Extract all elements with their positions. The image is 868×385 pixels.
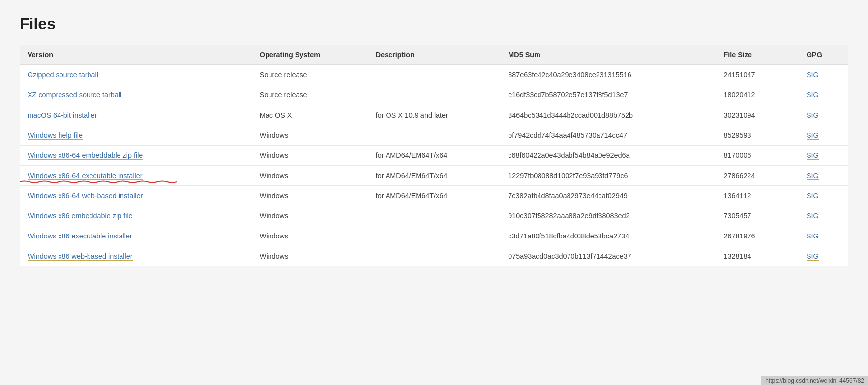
cell-version: Windows x86 web-based installer xyxy=(20,246,252,267)
col-header-desc: Description xyxy=(368,45,501,65)
cell-os: Source release xyxy=(252,85,368,105)
cell-md5: e16df33cd7b58702e57e137f8f5d13e7 xyxy=(500,85,716,105)
files-table: Version Operating System Description MD5… xyxy=(20,45,848,266)
version-link[interactable]: Windows x86 web-based installer xyxy=(28,252,133,261)
cell-size: 8529593 xyxy=(716,125,799,146)
cell-desc: for AMD64/EM64T/x64 xyxy=(368,166,501,186)
table-row: macOS 64-bit installerMac OS Xfor OS X 1… xyxy=(20,105,848,125)
cell-version: macOS 64-bit installer xyxy=(20,105,252,125)
col-header-gpg: GPG xyxy=(799,45,848,65)
table-row: Windows x86-64 embeddable zip fileWindow… xyxy=(20,146,848,166)
cell-gpg: SIG xyxy=(799,186,848,206)
version-link[interactable]: Windows x86 executable installer xyxy=(28,232,132,240)
sig-link[interactable]: SIG xyxy=(807,71,819,79)
cell-desc: for AMD64/EM64T/x64 xyxy=(368,186,501,206)
table-row: XZ compressed source tarballSource relea… xyxy=(20,85,848,105)
cell-gpg: SIG xyxy=(799,226,848,246)
table-header-row: Version Operating System Description MD5… xyxy=(20,45,848,65)
cell-os: Windows xyxy=(252,125,368,146)
cell-version: Windows x86 executable installer xyxy=(20,226,252,246)
table-row: Windows x86 embeddable zip fileWindows91… xyxy=(20,206,848,226)
cell-gpg: SIG xyxy=(799,146,848,166)
sig-link[interactable]: SIG xyxy=(807,172,819,180)
cell-md5: 075a93add0ac3d070b113f71442ace37 xyxy=(500,246,716,267)
table-row: Gzipped source tarballSource release387e… xyxy=(20,65,848,85)
cell-size: 26781976 xyxy=(716,226,799,246)
cell-version: Windows x86-64 executable installer xyxy=(20,166,252,186)
cell-desc xyxy=(368,206,501,226)
cell-desc: for OS X 10.9 and later xyxy=(368,105,501,125)
cell-os: Windows xyxy=(252,226,368,246)
squiggle-underline xyxy=(20,180,177,183)
cell-desc xyxy=(368,125,501,146)
cell-os: Source release xyxy=(252,65,368,85)
cell-size: 8170006 xyxy=(716,146,799,166)
cell-os: Mac OS X xyxy=(252,105,368,125)
sig-link[interactable]: SIG xyxy=(807,192,819,200)
table-row: Windows x86-64 web-based installerWindow… xyxy=(20,186,848,206)
cell-os: Windows xyxy=(252,206,368,226)
sig-link[interactable]: SIG xyxy=(807,111,819,119)
cell-gpg: SIG xyxy=(799,125,848,146)
sig-link[interactable]: SIG xyxy=(807,212,819,220)
cell-md5: c68f60422a0e43dabf54b84a0e92ed6a xyxy=(500,146,716,166)
cell-version: Gzipped source tarball xyxy=(20,65,252,85)
sig-link[interactable]: SIG xyxy=(807,91,819,99)
cell-gpg: SIG xyxy=(799,105,848,125)
cell-gpg: SIG xyxy=(799,206,848,226)
cell-desc: for AMD64/EM64T/x64 xyxy=(368,146,501,166)
table-row: Windows x86 executable installerWindowsc… xyxy=(20,226,848,246)
cell-version: Windows help file xyxy=(20,125,252,146)
table-row: Windows x86-64 executable installerWindo… xyxy=(20,166,848,186)
table-row: Windows help fileWindowsbf7942cdd74f34aa… xyxy=(20,125,848,146)
cell-size: 30231094 xyxy=(716,105,799,125)
cell-os: Windows xyxy=(252,186,368,206)
version-link[interactable]: XZ compressed source tarball xyxy=(28,91,121,99)
cell-md5: bf7942cdd74f34aa4f485730a714cc47 xyxy=(500,125,716,146)
cell-gpg: SIG xyxy=(799,65,848,85)
version-link[interactable]: Windows x86-64 executable installer xyxy=(28,172,143,180)
cell-version: XZ compressed source tarball xyxy=(20,85,252,105)
version-link[interactable]: Windows help file xyxy=(28,131,83,140)
cell-gpg: SIG xyxy=(799,246,848,267)
cell-desc xyxy=(368,246,501,267)
cell-md5: 12297fb08088d1002f7e93a93fd779c6 xyxy=(500,166,716,186)
col-header-os: Operating System xyxy=(252,45,368,65)
cell-size: 24151047 xyxy=(716,65,799,85)
cell-version: Windows x86 embeddable zip file xyxy=(20,206,252,226)
version-link[interactable]: Windows x86-64 embeddable zip file xyxy=(28,151,143,160)
version-link[interactable]: Windows x86 embeddable zip file xyxy=(28,212,133,220)
cell-version: Windows x86-64 web-based installer xyxy=(20,186,252,206)
cell-md5: 7c382afb4d8faa0a82973e44caf02949 xyxy=(500,186,716,206)
cell-md5: 387e63fe42c40a29e3408ce231315516 xyxy=(500,65,716,85)
cell-desc xyxy=(368,65,501,85)
files-table-container: Version Operating System Description MD5… xyxy=(20,45,848,266)
cell-os: Windows xyxy=(252,166,368,186)
table-row: Windows x86 web-based installerWindows07… xyxy=(20,246,848,267)
cell-desc xyxy=(368,85,501,105)
cell-size: 27866224 xyxy=(716,166,799,186)
col-header-size: File Size xyxy=(716,45,799,65)
sig-link[interactable]: SIG xyxy=(807,252,819,261)
cell-gpg: SIG xyxy=(799,85,848,105)
cell-size: 1328184 xyxy=(716,246,799,267)
cell-os: Windows xyxy=(252,146,368,166)
col-header-md5: MD5 Sum xyxy=(500,45,716,65)
cell-size: 1364112 xyxy=(716,186,799,206)
cell-md5: c3d71a80f518cfba4d038de53bca2734 xyxy=(500,226,716,246)
cell-gpg: SIG xyxy=(799,166,848,186)
col-header-version: Version xyxy=(20,45,252,65)
version-link[interactable]: macOS 64-bit installer xyxy=(28,111,97,119)
cell-desc xyxy=(368,226,501,246)
cell-size: 7305457 xyxy=(716,206,799,226)
cell-version: Windows x86-64 embeddable zip file xyxy=(20,146,252,166)
page-title: Files xyxy=(20,15,848,33)
sig-link[interactable]: SIG xyxy=(807,151,819,160)
version-link[interactable]: Windows x86-64 web-based installer xyxy=(28,192,143,200)
cell-md5: 8464bc5341d3444b2ccad001d88b752b xyxy=(500,105,716,125)
version-link[interactable]: Gzipped source tarball xyxy=(28,71,98,79)
sig-link[interactable]: SIG xyxy=(807,131,819,140)
cell-size: 18020412 xyxy=(716,85,799,105)
cell-os: Windows xyxy=(252,246,368,267)
sig-link[interactable]: SIG xyxy=(807,232,819,240)
